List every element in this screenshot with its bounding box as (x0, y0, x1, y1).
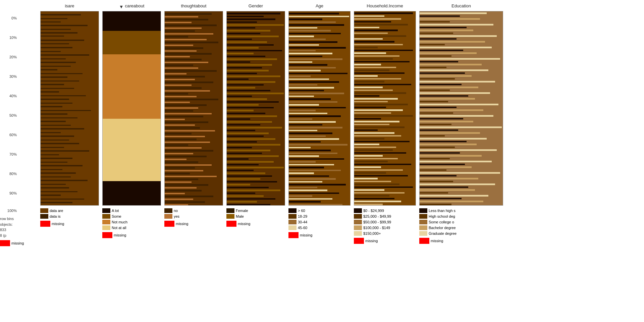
col-title-education: Education (451, 3, 471, 8)
legend-item-female: Female (226, 208, 285, 213)
svg-rect-135 (227, 33, 260, 34)
svg-rect-198 (289, 16, 349, 17)
svg-rect-96 (165, 119, 185, 120)
svg-rect-375 (420, 126, 502, 128)
col-title-isare: isare (65, 3, 74, 8)
svg-rect-335 (420, 12, 487, 14)
svg-rect-204 (289, 33, 341, 34)
svg-rect-306 (354, 126, 405, 128)
svg-rect-53 (103, 11, 161, 31)
legend-item-edu-bs: Bachelor degree (419, 225, 503, 230)
svg-rect-170 (227, 132, 269, 134)
svg-rect-242 (289, 141, 321, 143)
svg-rect-241 (289, 138, 339, 140)
svg-rect-318 (354, 161, 388, 162)
svg-rect-102 (165, 136, 205, 137)
svg-rect-173 (227, 141, 257, 143)
svg-rect-228 (289, 101, 337, 103)
svg-rect-364 (420, 95, 468, 97)
svg-rect-87 (165, 93, 188, 95)
svg-rect-84 (165, 85, 192, 86)
svg-rect-195 (227, 204, 270, 206)
legend-label-age-45-60: 45-60 (298, 226, 307, 230)
svg-rect-64 (165, 28, 202, 29)
missing-label-thoughtabout: missing (176, 222, 188, 226)
svg-rect-98 (165, 124, 195, 126)
y-tick-60: 60% (9, 133, 17, 137)
svg-rect-243 (289, 144, 347, 146)
svg-rect-71 (165, 47, 203, 49)
legend-item-notatall: Not at all (102, 225, 161, 230)
svg-rect-230 (289, 107, 346, 108)
svg-rect-117 (165, 178, 198, 180)
svg-rect-330 (354, 195, 389, 197)
legend-label-age-30-44: 30-44 (298, 220, 307, 224)
svg-rect-167 (227, 124, 260, 125)
svg-rect-99 (165, 127, 200, 129)
svg-rect-282 (354, 58, 393, 60)
svg-rect-397 (420, 189, 475, 191)
svg-rect-168 (227, 127, 282, 128)
svg-rect-174 (227, 144, 280, 146)
svg-rect-229 (289, 104, 319, 106)
svg-rect-212 (289, 56, 322, 57)
svg-rect-254 (289, 175, 329, 177)
svg-rect-164 (227, 115, 277, 117)
svg-rect-118 (165, 181, 192, 183)
objects-count: 833 (0, 227, 40, 233)
legend-label-income-150k: $150,000+ (363, 231, 381, 235)
info-text-block: row bins objects: 833 8 (p (0, 216, 40, 238)
bar-age (288, 11, 351, 206)
isare-svg (41, 11, 99, 206)
svg-rect-203 (289, 30, 331, 32)
svg-rect-380 (420, 141, 467, 142)
svg-rect-180 (227, 161, 274, 163)
svg-rect-113 (165, 167, 195, 169)
svg-rect-26 (41, 106, 62, 107)
bar-isare (40, 11, 99, 206)
svg-rect-296 (354, 98, 398, 100)
svg-rect-303 (354, 118, 381, 119)
svg-rect-89 (165, 99, 218, 100)
svg-rect-85 (165, 87, 202, 89)
svg-rect-345 (420, 41, 485, 43)
svg-rect-329 (354, 192, 405, 194)
legend-thoughtabout: no yes (164, 208, 223, 219)
svg-rect-340 (420, 27, 467, 28)
svg-rect-72 (165, 50, 197, 52)
svg-rect-63 (165, 24, 217, 26)
svg-rect-367 (420, 104, 498, 105)
svg-rect-316 (354, 155, 383, 157)
svg-rect-159 (227, 101, 279, 103)
svg-rect-60 (165, 16, 198, 17)
svg-rect-201 (289, 24, 344, 26)
y-tick-40: 40% (9, 94, 17, 98)
legend-label-some: Some (112, 214, 121, 218)
svg-rect-207 (289, 41, 337, 43)
svg-rect-385 (420, 155, 482, 157)
legend-item-edu-hs: High school deg (419, 214, 503, 219)
svg-rect-129 (227, 16, 264, 17)
svg-rect-370 (420, 112, 453, 114)
svg-rect-190 (227, 190, 280, 191)
svg-rect-309 (354, 135, 401, 137)
svg-rect-25 (41, 103, 72, 104)
svg-rect-115 (165, 173, 190, 174)
svg-rect-176 (227, 150, 270, 151)
svg-rect-348 (420, 50, 463, 51)
svg-rect-275 (354, 38, 383, 40)
svg-rect-210 (289, 50, 316, 51)
svg-rect-377 (420, 132, 480, 134)
missing-label-income: missing (365, 239, 378, 243)
svg-rect-395 (420, 183, 495, 185)
svg-rect-256 (289, 181, 322, 182)
svg-rect-32 (41, 128, 84, 129)
svg-rect-245 (289, 150, 331, 151)
svg-rect-307 (354, 129, 378, 131)
svg-rect-133 (227, 27, 255, 29)
svg-rect-379 (420, 138, 487, 140)
legend-item-edu-sc: Some college o (419, 220, 503, 224)
svg-rect-76 (165, 62, 208, 63)
legend-color-income-25k (354, 214, 362, 219)
svg-rect-12 (41, 54, 89, 56)
